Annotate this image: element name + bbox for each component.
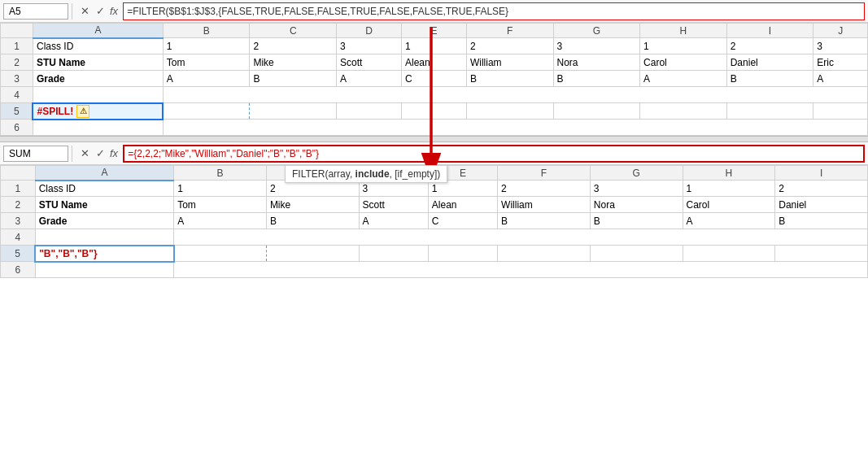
cell-h2[interactable]: Carol: [640, 54, 727, 71]
cell-b5[interactable]: [163, 103, 250, 120]
col-header-h[interactable]: H: [640, 24, 727, 38]
bottom-cell-i2[interactable]: Daniel: [775, 197, 868, 213]
bottom-cell-b3[interactable]: A: [174, 213, 267, 229]
top-formula-input[interactable]: [123, 2, 865, 20]
bottom-cell-h1[interactable]: 1: [683, 181, 775, 197]
cell-e5[interactable]: [401, 103, 466, 120]
col-header-g[interactable]: G: [553, 24, 640, 38]
cell-a1[interactable]: Class ID: [33, 38, 163, 54]
bottom-col-header-i[interactable]: I: [775, 166, 868, 181]
bottom-cancel-icon[interactable]: ✕: [79, 147, 91, 159]
cell-j5[interactable]: [813, 103, 868, 120]
bottom-cell-f2[interactable]: William: [498, 197, 591, 213]
warning-icon[interactable]: ⚠: [76, 105, 89, 118]
cell-j1[interactable]: 3: [813, 38, 868, 54]
cell-b3[interactable]: A: [163, 71, 250, 87]
bottom-cell-h5[interactable]: [683, 246, 775, 262]
cell-c2[interactable]: Mike: [250, 54, 337, 71]
bottom-col-header-b[interactable]: B: [174, 166, 267, 181]
bottom-cell-a6[interactable]: [35, 262, 174, 278]
cell-b1[interactable]: 1: [163, 38, 250, 54]
bottom-cell-e3[interactable]: C: [428, 213, 497, 229]
cell-f1[interactable]: 2: [466, 38, 553, 54]
cell-g5[interactable]: [553, 103, 640, 120]
col-header-j[interactable]: J: [813, 24, 868, 38]
col-header-c[interactable]: C: [250, 24, 337, 38]
bottom-cell-i3[interactable]: B: [775, 213, 868, 229]
cell-c3[interactable]: B: [250, 71, 337, 87]
bottom-cell-f3[interactable]: B: [498, 213, 591, 229]
cell-g1[interactable]: 3: [553, 38, 640, 54]
cell-c1[interactable]: 2: [250, 38, 337, 54]
cell-a4[interactable]: [33, 87, 163, 103]
bottom-cell-h2[interactable]: Carol: [683, 197, 775, 213]
bottom-cell-c5[interactable]: [266, 246, 359, 262]
bottom-cell-f5[interactable]: [498, 246, 591, 262]
cell-h1[interactable]: 1: [640, 38, 727, 54]
col-header-d[interactable]: D: [337, 24, 402, 38]
cell-d3[interactable]: A: [337, 71, 402, 87]
cell-j3[interactable]: A: [813, 71, 868, 87]
col-header-f[interactable]: F: [466, 24, 553, 38]
cell-c5[interactable]: [250, 103, 337, 120]
cell-a6[interactable]: [33, 120, 163, 136]
cell-e1[interactable]: 1: [401, 38, 466, 54]
bottom-cell-a2[interactable]: STU Name: [35, 197, 174, 213]
cancel-icon[interactable]: ✕: [79, 5, 91, 17]
cell-g2[interactable]: Nora: [553, 54, 640, 71]
bottom-cell-i1[interactable]: 2: [775, 181, 868, 197]
cell-g3[interactable]: B: [553, 71, 640, 87]
confirm-icon[interactable]: ✓: [94, 5, 107, 17]
bottom-cell-b1[interactable]: 1: [174, 181, 267, 197]
cell-j2[interactable]: Eric: [813, 54, 868, 71]
bottom-col-header-g[interactable]: G: [590, 166, 683, 181]
cell-i2[interactable]: Daniel: [726, 54, 813, 71]
bottom-cell-a4[interactable]: [35, 229, 174, 246]
bottom-cell-e5[interactable]: [428, 246, 497, 262]
cell-f2[interactable]: William: [466, 54, 553, 71]
bottom-cell-b5[interactable]: [174, 246, 267, 262]
bottom-cell-a5[interactable]: "B","B","B"}: [35, 246, 174, 262]
cell-f5[interactable]: [466, 103, 553, 120]
cell-a5[interactable]: #SPILL! ⚠: [33, 103, 163, 120]
bottom-cell-g1[interactable]: 3: [590, 181, 683, 197]
bottom-cell-a1[interactable]: Class ID: [35, 181, 174, 197]
cell-d1[interactable]: 3: [337, 38, 402, 54]
bottom-cell-d5[interactable]: [359, 246, 428, 262]
cell-h3[interactable]: A: [640, 71, 727, 87]
bottom-col-header-a[interactable]: A: [35, 166, 174, 181]
cell-i3[interactable]: B: [726, 71, 813, 87]
bottom-cell-d2[interactable]: Scott: [359, 197, 428, 213]
bottom-cell-i5[interactable]: [775, 246, 868, 262]
bottom-cell-c2[interactable]: Mike: [266, 197, 359, 213]
bottom-cell-g2[interactable]: Nora: [590, 197, 683, 213]
col-header-e[interactable]: E: [401, 24, 466, 38]
cell-i1[interactable]: 2: [726, 38, 813, 54]
bottom-cell-c3[interactable]: B: [266, 213, 359, 229]
cell-i5[interactable]: [726, 103, 813, 120]
cell-reference-box[interactable]: A5: [3, 3, 68, 20]
cell-d2[interactable]: Scott: [337, 54, 402, 71]
cell-d5[interactable]: [337, 103, 402, 120]
cell-b2[interactable]: Tom: [163, 54, 250, 71]
bottom-cell-b2[interactable]: Tom: [174, 197, 267, 213]
bottom-cell-g5[interactable]: [590, 246, 683, 262]
bottom-cell-reference-box[interactable]: SUM: [3, 146, 68, 162]
cell-a2[interactable]: STU Name: [33, 54, 163, 71]
cell-h5[interactable]: [640, 103, 727, 120]
bottom-cell-a3[interactable]: Grade: [35, 213, 174, 229]
bottom-col-header-f[interactable]: F: [498, 166, 591, 181]
cell-a3[interactable]: Grade: [33, 71, 163, 87]
col-header-b[interactable]: B: [163, 24, 250, 38]
cell-f3[interactable]: B: [466, 71, 553, 87]
bottom-cell-d3[interactable]: A: [359, 213, 428, 229]
bottom-col-header-h[interactable]: H: [683, 166, 775, 181]
col-header-i[interactable]: I: [726, 24, 813, 38]
cell-e3[interactable]: C: [401, 71, 466, 87]
col-header-a[interactable]: A: [33, 24, 163, 38]
bottom-cell-h3[interactable]: A: [683, 213, 775, 229]
bottom-confirm-icon[interactable]: ✓: [94, 147, 107, 159]
bottom-cell-e2[interactable]: Alean: [428, 197, 497, 213]
bottom-formula-input[interactable]: [123, 145, 865, 163]
bottom-cell-f1[interactable]: 2: [498, 181, 591, 197]
